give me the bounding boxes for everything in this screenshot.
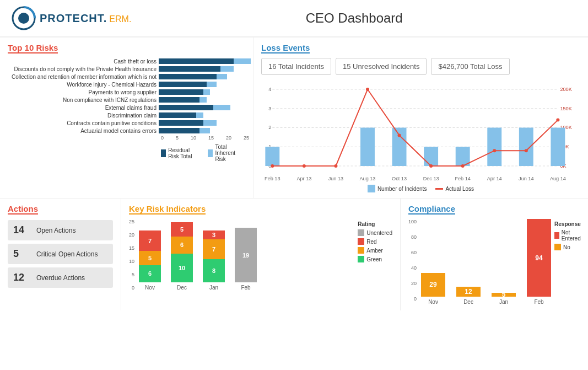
bottom-content: Actions 14Open Actions5Critical Open Act… — [0, 199, 588, 310]
svg-point-27 — [271, 164, 274, 168]
svg-point-33 — [461, 164, 465, 168]
svg-text:Aug 14: Aug 14 — [550, 176, 566, 181]
header: PROTECHT. ERM. CEO Dashboard — [0, 0, 588, 37]
loss-events-title: Loss Events — [261, 43, 310, 53]
svg-text:Oct 13: Oct 13 — [392, 176, 407, 181]
risk-row: Discounts do not comply with the Private… — [8, 66, 245, 72]
compliance-title: Compliance — [408, 204, 455, 215]
kri-group: 1065Dec — [171, 222, 193, 291]
comp-group: 5Jan — [492, 293, 516, 305]
kri-group: 657Nov — [139, 230, 161, 291]
svg-point-1 — [18, 13, 29, 24]
kri-group: 873Jan — [203, 230, 225, 291]
svg-point-31 — [398, 133, 401, 137]
stat-total-incidents: 16 Total Incidents — [261, 58, 331, 75]
top-content: Top 10 Risks Cash theft or lossDiscounts… — [0, 37, 588, 199]
risks-list: Cash theft or lossDiscounts do not compl… — [8, 58, 245, 134]
svg-rect-22 — [424, 147, 438, 166]
comp-group: 12Dec — [456, 287, 481, 305]
top-risks-title: Top 10 Risks — [8, 43, 58, 53]
svg-text:Jun 13: Jun 13 — [328, 176, 343, 181]
actions-list: 14Open Actions5Critical Open Actions12Ov… — [8, 220, 113, 288]
risks-legend: Residual Risk Total Total Inherent Risk — [161, 144, 245, 162]
risk-row: Actuarial model contains errors — [8, 127, 245, 134]
risk-row: Collection and retention of member infor… — [8, 73, 245, 80]
comp-group: 29Nov — [421, 273, 445, 305]
svg-point-34 — [493, 149, 496, 152]
action-item: 14Open Actions — [8, 220, 113, 240]
svg-rect-17 — [265, 147, 279, 166]
svg-rect-26 — [551, 128, 565, 167]
svg-point-32 — [429, 164, 433, 168]
risks-axis: 0 5 10 15 20 25 — [161, 135, 249, 141]
action-item: 5Critical Open Actions — [8, 244, 113, 264]
svg-text:Apr 14: Apr 14 — [487, 176, 502, 181]
svg-point-36 — [556, 119, 559, 122]
svg-point-28 — [303, 164, 306, 168]
compliance-chart: 10080604020029Nov12Dec5Jan94FebResponseN… — [408, 219, 580, 305]
stat-total-loss: $426,700 Total Loss — [431, 58, 509, 75]
risk-row: Payments to wrong supplier — [8, 89, 245, 95]
risk-row: Non compliance with ICNZ regulations — [8, 96, 245, 103]
compliance-panel: Compliance 10080604020029Nov12Dec5Jan94F… — [401, 199, 588, 310]
loss-legend: Number of Incidents Actual Loss — [261, 185, 580, 192]
svg-text:Aug 13: Aug 13 — [360, 176, 376, 181]
risk-row: Cash theft or loss — [8, 58, 245, 65]
svg-text:2: 2 — [268, 125, 271, 131]
svg-text:200K: 200K — [560, 87, 571, 92]
kri-chart: 2520151050657Nov1065Dec873Jan19FebRating… — [129, 219, 392, 291]
svg-rect-21 — [392, 128, 407, 167]
loss-chart-svg: 00K150K2100K3150K4200KFeb 13Apr 13Jun 13… — [261, 81, 580, 183]
page-title: CEO Dashboard — [131, 10, 577, 26]
svg-point-30 — [366, 88, 369, 91]
svg-text:150K: 150K — [560, 106, 571, 111]
logo-text: PROTECHT. ERM. — [40, 12, 131, 25]
legend-residual: Residual Risk Total — [161, 147, 199, 159]
loss-events-panel: Loss Events 16 Total Incidents 15 Unreso… — [253, 37, 588, 198]
risk-row: Contracts contain punitive conditions — [8, 120, 245, 126]
loss-stats: 16 Total Incidents 15 Unresolved Inciden… — [261, 58, 580, 75]
svg-text:Dec 13: Dec 13 — [423, 176, 439, 181]
stat-unresolved: 15 Unresolved Incidents — [336, 58, 427, 75]
svg-rect-24 — [487, 128, 501, 167]
actions-panel: Actions 14Open Actions5Critical Open Act… — [0, 199, 121, 310]
logo: PROTECHT. ERM. — [11, 6, 131, 31]
actions-title: Actions — [8, 204, 38, 215]
svg-rect-25 — [519, 128, 533, 167]
svg-text:Feb 13: Feb 13 — [265, 176, 280, 181]
svg-rect-20 — [360, 128, 375, 167]
kri-group: 19Feb — [235, 228, 257, 291]
svg-text:Jun 14: Jun 14 — [519, 176, 533, 181]
svg-text:Apr 13: Apr 13 — [296, 176, 311, 181]
svg-text:Feb 14: Feb 14 — [455, 176, 470, 181]
legend-inherent: Total Inherent Risk — [208, 144, 245, 162]
risk-row: Discrimination claim — [8, 112, 245, 119]
risk-row: Workforce injury - Chemical Hazards — [8, 81, 245, 88]
svg-text:4: 4 — [268, 87, 271, 92]
svg-point-35 — [525, 149, 528, 152]
svg-point-29 — [334, 164, 337, 168]
kri-panel: Key Risk Indicators 2520151050657Nov1065… — [121, 199, 401, 310]
kri-title: Key Risk Indicators — [129, 204, 206, 215]
risk-row: External claims fraud — [8, 104, 245, 111]
loss-chart: 00K150K2100K3150K4200KFeb 13Apr 13Jun 13… — [261, 81, 580, 183]
top-risks-panel: Top 10 Risks Cash theft or lossDiscounts… — [0, 37, 253, 198]
action-item: 12Overdue Actions — [8, 267, 113, 288]
svg-text:3: 3 — [268, 106, 271, 111]
logo-icon — [11, 6, 36, 31]
comp-group: 94Feb — [527, 219, 551, 305]
